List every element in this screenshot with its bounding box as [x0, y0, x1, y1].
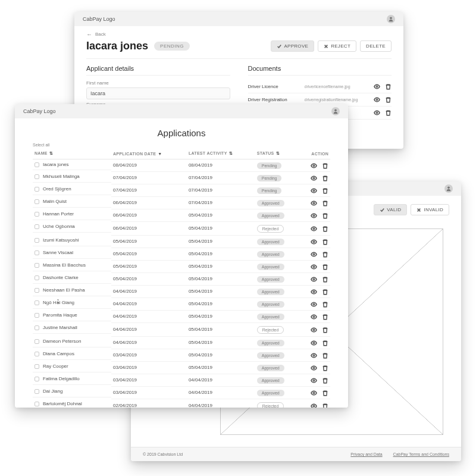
trash-icon[interactable] [322, 390, 328, 396]
table-row[interactable]: Massina El Bacchus05/04/201905/04/2019Ap… [33, 261, 330, 273]
row-checkbox[interactable] [35, 212, 39, 217]
eye-icon[interactable] [311, 212, 317, 219]
row-checkbox[interactable] [35, 250, 39, 255]
trash-icon[interactable] [385, 96, 392, 103]
eye-icon[interactable] [311, 314, 317, 320]
eye-icon[interactable] [374, 83, 380, 90]
eye-icon[interactable] [311, 365, 317, 371]
row-checkbox[interactable] [35, 199, 39, 204]
select-all-link[interactable]: Select all [33, 143, 330, 147]
footer-link-privacy[interactable]: Privacy and Data [350, 452, 382, 456]
valid-button[interactable]: VALID [374, 204, 407, 215]
delete-button[interactable]: DELETE [360, 40, 392, 52]
table-row[interactable]: Izumi Katsuyoshi05/04/201905/04/2019Appr… [33, 236, 330, 248]
eye-icon[interactable] [311, 377, 317, 384]
row-checkbox[interactable] [35, 162, 39, 167]
table-row[interactable]: Ored Sjögren07/04/201907/04/2019Pending [33, 184, 330, 197]
eye-icon[interactable] [311, 239, 317, 245]
reject-button[interactable]: REJECT [318, 40, 356, 52]
table-row[interactable]: Justine Marshall04/04/201905/04/2019Reje… [33, 323, 330, 337]
row-checkbox[interactable] [35, 174, 39, 179]
row-checkbox[interactable] [35, 325, 39, 330]
table-row[interactable]: Uche Ogbonna06/04/201905/04/2019Rejected [33, 222, 330, 236]
col-latest-activity[interactable]: LATEST ACTIVITY⇅ [187, 148, 255, 159]
eye-icon[interactable] [311, 226, 317, 232]
row-checkbox[interactable] [35, 263, 39, 268]
table-row[interactable]: Ngô Hải Giang04/04/201905/04/2019Approve… [33, 298, 330, 311]
eye-icon[interactable] [311, 327, 317, 333]
trash-icon[interactable] [322, 175, 328, 181]
trash-icon[interactable] [322, 289, 328, 295]
row-checkbox[interactable] [35, 187, 39, 192]
trash-icon[interactable] [322, 187, 328, 194]
trash-icon[interactable] [322, 327, 328, 333]
table-row[interactable]: Hannan Porter06/04/201905/04/2019Approve… [33, 209, 330, 222]
eye-icon[interactable] [311, 301, 317, 308]
table-row[interactable]: Ray Cooper03/04/201905/04/2019Approved [33, 362, 330, 374]
invalid-button[interactable]: INVALID [411, 204, 449, 215]
table-row[interactable]: Dashonte Clarke05/04/201905/04/2019Appro… [33, 273, 330, 286]
row-checkbox[interactable] [35, 224, 39, 229]
eye-icon[interactable] [311, 251, 317, 258]
avatar[interactable] [331, 107, 340, 115]
table-row[interactable]: Malin Quist06/04/201907/04/2019Approved [33, 197, 330, 209]
table-row[interactable]: Diana Campos03/04/201905/04/2019Approved [33, 349, 330, 362]
row-checkbox[interactable] [35, 313, 39, 318]
trash-icon[interactable] [322, 301, 328, 308]
eye-icon[interactable] [311, 175, 317, 181]
row-checkbox[interactable] [35, 238, 39, 243]
table-row[interactable]: Dameon Peterson04/04/201905/04/2019Appro… [33, 337, 330, 349]
back-link[interactable]: ← Back [86, 31, 392, 37]
row-checkbox[interactable] [35, 352, 39, 356]
table-row[interactable]: Dai Jiang03/04/201904/04/2019Approved [33, 387, 330, 399]
row-checkbox[interactable] [35, 389, 39, 394]
trash-icon[interactable] [322, 314, 328, 320]
eye-icon[interactable] [311, 340, 317, 346]
trash-icon[interactable] [322, 239, 328, 245]
row-checkbox[interactable] [35, 288, 39, 293]
table-row[interactable]: Iacara jones08/04/201908/04/2019Pending [33, 159, 330, 172]
trash-icon[interactable] [322, 162, 328, 169]
trash-icon[interactable] [322, 403, 328, 408]
avatar[interactable] [387, 15, 395, 23]
eye-icon[interactable] [311, 403, 317, 408]
eye-icon[interactable] [311, 200, 317, 206]
trash-icon[interactable] [385, 83, 392, 90]
trash-icon[interactable] [385, 109, 392, 116]
trash-icon[interactable] [322, 212, 328, 219]
trash-icon[interactable] [322, 276, 328, 283]
table-row[interactable]: Mkhuseli Malinga07/04/201907/04/2019Pend… [33, 172, 330, 184]
eye-icon[interactable] [311, 187, 317, 194]
table-row[interactable]: Neeshaan El Pasha04/04/201905/04/2019App… [33, 286, 330, 298]
row-checkbox[interactable] [35, 275, 39, 280]
eye-icon[interactable] [311, 162, 317, 169]
eye-icon[interactable] [311, 264, 317, 270]
eye-icon[interactable] [374, 96, 380, 103]
eye-icon[interactable] [311, 352, 317, 359]
row-checkbox[interactable] [35, 339, 39, 344]
row-checkbox[interactable] [35, 377, 39, 381]
footer-link-terms[interactable]: CabPay Terms and Conditions [393, 452, 449, 456]
eye-icon[interactable] [374, 109, 380, 116]
row-checkbox[interactable] [35, 364, 39, 369]
trash-icon[interactable] [322, 365, 328, 371]
trash-icon[interactable] [322, 352, 328, 359]
eye-icon[interactable] [311, 276, 317, 283]
approve-button[interactable]: APPROVE [271, 40, 314, 52]
col-name[interactable]: NAME⇅ [33, 148, 111, 159]
table-row[interactable]: Sanne Viscaal05/04/201905/04/2019Approve… [33, 248, 330, 261]
trash-icon[interactable] [322, 340, 328, 346]
eye-icon[interactable] [311, 390, 317, 396]
trash-icon[interactable] [322, 377, 328, 384]
trash-icon[interactable] [322, 251, 328, 258]
table-row[interactable]: Fatima Delgadillo03/04/201904/04/2019App… [33, 374, 330, 387]
row-checkbox[interactable] [35, 300, 39, 305]
col-status[interactable]: STATUS⇅ [255, 148, 300, 159]
trash-icon[interactable] [322, 226, 328, 232]
trash-icon[interactable] [322, 264, 328, 270]
col-application-date[interactable]: APPLICATION DATE▼ [111, 148, 187, 159]
table-row[interactable]: Paromita Haque04/04/201905/04/2019Approv… [33, 311, 330, 323]
avatar[interactable] [444, 184, 453, 193]
trash-icon[interactable] [322, 200, 328, 206]
row-checkbox[interactable] [35, 402, 39, 406]
